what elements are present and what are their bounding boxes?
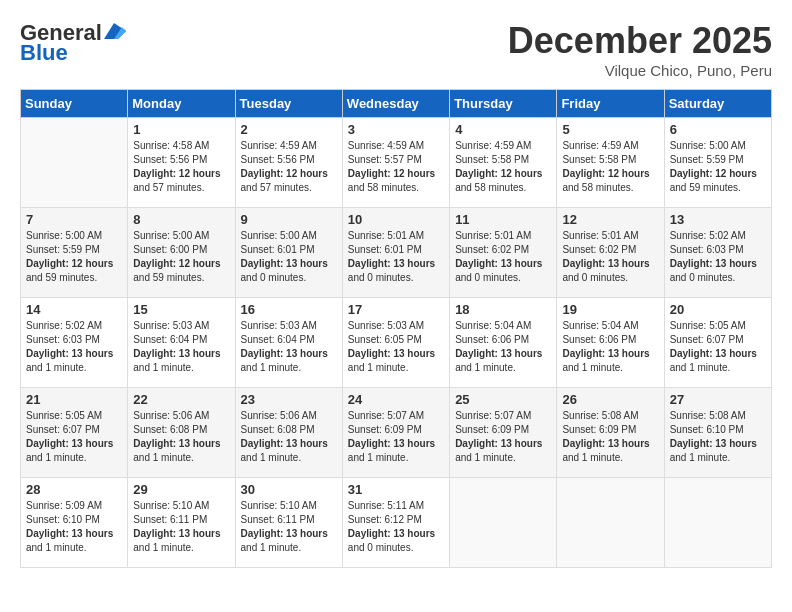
calendar-cell xyxy=(664,478,771,568)
day-info: Sunrise: 5:11 AMSunset: 6:12 PMDaylight:… xyxy=(348,499,444,555)
day-number: 5 xyxy=(562,122,658,137)
weekday-header: Sunday xyxy=(21,90,128,118)
logo-icon xyxy=(104,23,126,39)
logo-blue: Blue xyxy=(20,40,68,66)
day-info: Sunrise: 5:07 AMSunset: 6:09 PMDaylight:… xyxy=(455,409,551,465)
calendar-cell: 16Sunrise: 5:03 AMSunset: 6:04 PMDayligh… xyxy=(235,298,342,388)
day-info: Sunrise: 5:02 AMSunset: 6:03 PMDaylight:… xyxy=(670,229,766,285)
day-info: Sunrise: 5:03 AMSunset: 6:04 PMDaylight:… xyxy=(133,319,229,375)
day-number: 4 xyxy=(455,122,551,137)
day-number: 31 xyxy=(348,482,444,497)
weekday-header-row: SundayMondayTuesdayWednesdayThursdayFrid… xyxy=(21,90,772,118)
weekday-header: Tuesday xyxy=(235,90,342,118)
calendar-cell: 1Sunrise: 4:58 AMSunset: 5:56 PMDaylight… xyxy=(128,118,235,208)
day-info: Sunrise: 5:04 AMSunset: 6:06 PMDaylight:… xyxy=(562,319,658,375)
day-number: 6 xyxy=(670,122,766,137)
calendar-cell: 17Sunrise: 5:03 AMSunset: 6:05 PMDayligh… xyxy=(342,298,449,388)
day-info: Sunrise: 5:02 AMSunset: 6:03 PMDaylight:… xyxy=(26,319,122,375)
calendar-cell: 25Sunrise: 5:07 AMSunset: 6:09 PMDayligh… xyxy=(450,388,557,478)
weekday-header: Monday xyxy=(128,90,235,118)
day-number: 18 xyxy=(455,302,551,317)
calendar-cell: 7Sunrise: 5:00 AMSunset: 5:59 PMDaylight… xyxy=(21,208,128,298)
location: Vilque Chico, Puno, Peru xyxy=(508,62,772,79)
calendar-cell: 23Sunrise: 5:06 AMSunset: 6:08 PMDayligh… xyxy=(235,388,342,478)
day-info: Sunrise: 5:10 AMSunset: 6:11 PMDaylight:… xyxy=(133,499,229,555)
day-info: Sunrise: 5:06 AMSunset: 6:08 PMDaylight:… xyxy=(133,409,229,465)
calendar-cell: 15Sunrise: 5:03 AMSunset: 6:04 PMDayligh… xyxy=(128,298,235,388)
calendar-cell: 30Sunrise: 5:10 AMSunset: 6:11 PMDayligh… xyxy=(235,478,342,568)
day-number: 2 xyxy=(241,122,337,137)
day-info: Sunrise: 5:01 AMSunset: 6:01 PMDaylight:… xyxy=(348,229,444,285)
calendar-week-row: 7Sunrise: 5:00 AMSunset: 5:59 PMDaylight… xyxy=(21,208,772,298)
calendar-cell: 8Sunrise: 5:00 AMSunset: 6:00 PMDaylight… xyxy=(128,208,235,298)
day-info: Sunrise: 5:01 AMSunset: 6:02 PMDaylight:… xyxy=(455,229,551,285)
day-number: 20 xyxy=(670,302,766,317)
calendar-cell: 27Sunrise: 5:08 AMSunset: 6:10 PMDayligh… xyxy=(664,388,771,478)
page-header: General Blue December 2025 Vilque Chico,… xyxy=(20,20,772,79)
day-number: 9 xyxy=(241,212,337,227)
calendar-cell: 11Sunrise: 5:01 AMSunset: 6:02 PMDayligh… xyxy=(450,208,557,298)
day-info: Sunrise: 5:09 AMSunset: 6:10 PMDaylight:… xyxy=(26,499,122,555)
day-number: 29 xyxy=(133,482,229,497)
day-info: Sunrise: 5:10 AMSunset: 6:11 PMDaylight:… xyxy=(241,499,337,555)
weekday-header: Friday xyxy=(557,90,664,118)
day-info: Sunrise: 4:59 AMSunset: 5:58 PMDaylight:… xyxy=(562,139,658,195)
day-number: 26 xyxy=(562,392,658,407)
day-info: Sunrise: 5:06 AMSunset: 6:08 PMDaylight:… xyxy=(241,409,337,465)
calendar-cell: 9Sunrise: 5:00 AMSunset: 6:01 PMDaylight… xyxy=(235,208,342,298)
day-info: Sunrise: 4:59 AMSunset: 5:57 PMDaylight:… xyxy=(348,139,444,195)
calendar-cell: 3Sunrise: 4:59 AMSunset: 5:57 PMDaylight… xyxy=(342,118,449,208)
day-number: 25 xyxy=(455,392,551,407)
day-info: Sunrise: 5:01 AMSunset: 6:02 PMDaylight:… xyxy=(562,229,658,285)
calendar-cell: 14Sunrise: 5:02 AMSunset: 6:03 PMDayligh… xyxy=(21,298,128,388)
day-number: 1 xyxy=(133,122,229,137)
calendar-week-row: 14Sunrise: 5:02 AMSunset: 6:03 PMDayligh… xyxy=(21,298,772,388)
day-info: Sunrise: 4:59 AMSunset: 5:58 PMDaylight:… xyxy=(455,139,551,195)
day-info: Sunrise: 5:08 AMSunset: 6:10 PMDaylight:… xyxy=(670,409,766,465)
day-info: Sunrise: 5:00 AMSunset: 6:01 PMDaylight:… xyxy=(241,229,337,285)
day-info: Sunrise: 5:03 AMSunset: 6:05 PMDaylight:… xyxy=(348,319,444,375)
calendar-cell: 28Sunrise: 5:09 AMSunset: 6:10 PMDayligh… xyxy=(21,478,128,568)
day-info: Sunrise: 5:05 AMSunset: 6:07 PMDaylight:… xyxy=(670,319,766,375)
day-number: 8 xyxy=(133,212,229,227)
day-info: Sunrise: 5:00 AMSunset: 6:00 PMDaylight:… xyxy=(133,229,229,285)
calendar-cell: 2Sunrise: 4:59 AMSunset: 5:56 PMDaylight… xyxy=(235,118,342,208)
day-number: 27 xyxy=(670,392,766,407)
day-info: Sunrise: 5:05 AMSunset: 6:07 PMDaylight:… xyxy=(26,409,122,465)
calendar-cell: 22Sunrise: 5:06 AMSunset: 6:08 PMDayligh… xyxy=(128,388,235,478)
logo: General Blue xyxy=(20,20,126,66)
day-info: Sunrise: 5:03 AMSunset: 6:04 PMDaylight:… xyxy=(241,319,337,375)
calendar-cell xyxy=(557,478,664,568)
day-info: Sunrise: 5:00 AMSunset: 5:59 PMDaylight:… xyxy=(670,139,766,195)
calendar-cell: 21Sunrise: 5:05 AMSunset: 6:07 PMDayligh… xyxy=(21,388,128,478)
day-number: 16 xyxy=(241,302,337,317)
day-number: 7 xyxy=(26,212,122,227)
calendar-cell: 19Sunrise: 5:04 AMSunset: 6:06 PMDayligh… xyxy=(557,298,664,388)
calendar-cell: 4Sunrise: 4:59 AMSunset: 5:58 PMDaylight… xyxy=(450,118,557,208)
day-number: 24 xyxy=(348,392,444,407)
day-number: 11 xyxy=(455,212,551,227)
day-number: 15 xyxy=(133,302,229,317)
weekday-header: Thursday xyxy=(450,90,557,118)
calendar-week-row: 21Sunrise: 5:05 AMSunset: 6:07 PMDayligh… xyxy=(21,388,772,478)
calendar-cell: 26Sunrise: 5:08 AMSunset: 6:09 PMDayligh… xyxy=(557,388,664,478)
day-number: 21 xyxy=(26,392,122,407)
day-info: Sunrise: 5:00 AMSunset: 5:59 PMDaylight:… xyxy=(26,229,122,285)
weekday-header: Saturday xyxy=(664,90,771,118)
day-number: 12 xyxy=(562,212,658,227)
day-info: Sunrise: 4:59 AMSunset: 5:56 PMDaylight:… xyxy=(241,139,337,195)
day-number: 30 xyxy=(241,482,337,497)
calendar-cell: 20Sunrise: 5:05 AMSunset: 6:07 PMDayligh… xyxy=(664,298,771,388)
day-info: Sunrise: 4:58 AMSunset: 5:56 PMDaylight:… xyxy=(133,139,229,195)
day-info: Sunrise: 5:08 AMSunset: 6:09 PMDaylight:… xyxy=(562,409,658,465)
weekday-header: Wednesday xyxy=(342,90,449,118)
calendar-cell: 31Sunrise: 5:11 AMSunset: 6:12 PMDayligh… xyxy=(342,478,449,568)
title-block: December 2025 Vilque Chico, Puno, Peru xyxy=(508,20,772,79)
day-info: Sunrise: 5:04 AMSunset: 6:06 PMDaylight:… xyxy=(455,319,551,375)
calendar-cell: 10Sunrise: 5:01 AMSunset: 6:01 PMDayligh… xyxy=(342,208,449,298)
day-number: 22 xyxy=(133,392,229,407)
calendar-week-row: 28Sunrise: 5:09 AMSunset: 6:10 PMDayligh… xyxy=(21,478,772,568)
calendar-cell: 29Sunrise: 5:10 AMSunset: 6:11 PMDayligh… xyxy=(128,478,235,568)
month-title: December 2025 xyxy=(508,20,772,62)
calendar-cell: 13Sunrise: 5:02 AMSunset: 6:03 PMDayligh… xyxy=(664,208,771,298)
